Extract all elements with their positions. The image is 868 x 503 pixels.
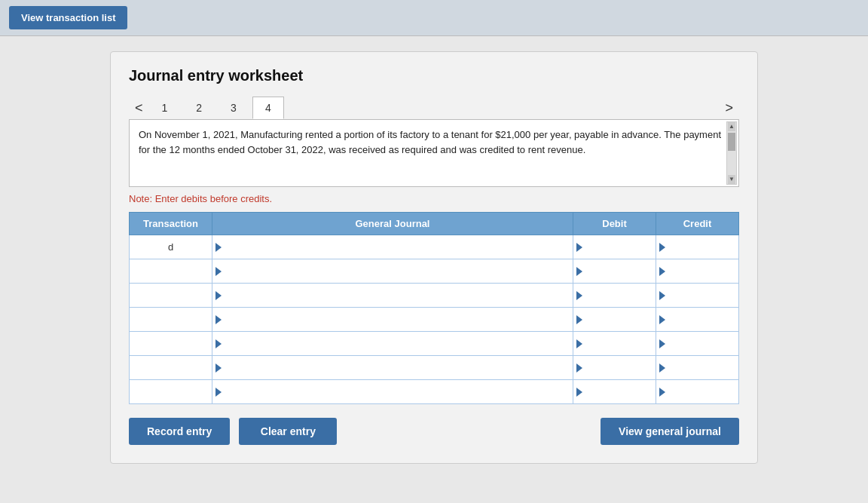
- row-indicator-3: [215, 315, 222, 324]
- clear-entry-button[interactable]: Clear entry: [239, 418, 337, 445]
- row-indicator-credit-3: [659, 315, 665, 324]
- input-credit-6[interactable]: [667, 380, 738, 403]
- cell-transaction-6: [130, 380, 212, 404]
- cell-transaction-2: [130, 284, 212, 308]
- tab-2[interactable]: 2: [183, 97, 215, 119]
- tab-3[interactable]: 3: [218, 97, 249, 119]
- input-journal-1[interactable]: [223, 259, 573, 283]
- input-debit-2[interactable]: [584, 284, 656, 307]
- row-indicator-6: [215, 388, 222, 397]
- row-indicator-1: [215, 267, 222, 276]
- row-indicator-4: [215, 339, 222, 348]
- row-indicator-debit-3: [576, 315, 582, 324]
- worksheet-title: Journal entry worksheet: [129, 67, 739, 84]
- row-indicator-debit-5: [576, 363, 582, 373]
- input-journal-4[interactable]: [223, 332, 573, 355]
- input-journal-6[interactable]: [223, 380, 573, 403]
- top-bar: View transaction list: [0, 0, 868, 36]
- input-journal-0[interactable]: [223, 235, 573, 259]
- row-indicator-credit-2: [659, 291, 665, 300]
- cell-journal-0[interactable]: [212, 235, 573, 259]
- input-journal-3[interactable]: [223, 308, 573, 331]
- cell-debit-0[interactable]: [573, 235, 656, 259]
- input-journal-5[interactable]: [223, 356, 573, 379]
- row-indicator-debit-0: [576, 243, 582, 252]
- cell-journal-3[interactable]: [212, 308, 573, 332]
- cell-credit-2[interactable]: [656, 284, 739, 308]
- input-journal-2[interactable]: [223, 284, 573, 307]
- tabs-row: < 1 2 3 4 >: [129, 97, 739, 119]
- scrollbar[interactable]: ▲ ▼: [726, 121, 737, 185]
- main-container: Journal entry worksheet < 1 2 3 4 > On N…: [110, 51, 758, 464]
- input-debit-3[interactable]: [584, 308, 656, 331]
- scroll-thumb[interactable]: [728, 133, 735, 151]
- cell-credit-4[interactable]: [656, 332, 739, 356]
- input-credit-3[interactable]: [667, 308, 738, 331]
- row-indicator-debit-4: [576, 339, 582, 348]
- cell-credit-1[interactable]: [656, 259, 739, 284]
- row-indicator-5: [215, 363, 222, 373]
- table-row: d: [130, 235, 739, 259]
- cell-journal-5[interactable]: [212, 356, 573, 380]
- input-debit-4[interactable]: [584, 332, 656, 355]
- row-indicator-0: [215, 243, 222, 252]
- view-general-journal-button[interactable]: View general journal: [601, 418, 739, 445]
- input-credit-0[interactable]: [667, 235, 738, 259]
- cell-credit-6[interactable]: [656, 380, 739, 404]
- cell-journal-1[interactable]: [212, 259, 573, 284]
- cell-debit-5[interactable]: [573, 356, 656, 380]
- row-indicator-credit-6: [659, 388, 665, 397]
- cell-debit-3[interactable]: [573, 308, 656, 332]
- cell-credit-0[interactable]: [656, 235, 739, 259]
- row-indicator-credit-1: [659, 267, 665, 276]
- cell-transaction-4: [130, 332, 212, 356]
- row-indicator-debit-1: [576, 267, 582, 276]
- row-indicator-credit-4: [659, 339, 665, 348]
- input-credit-1[interactable]: [667, 259, 738, 283]
- cell-credit-5[interactable]: [656, 356, 739, 380]
- cell-journal-4[interactable]: [212, 332, 573, 356]
- table-row: [130, 332, 739, 356]
- tab-1[interactable]: 1: [149, 97, 181, 119]
- table-row: [130, 308, 739, 332]
- row-indicator-credit-0: [659, 243, 665, 252]
- cell-debit-6[interactable]: [573, 380, 656, 404]
- cell-transaction-0: d: [130, 235, 212, 259]
- cell-transaction-5: [130, 356, 212, 380]
- cell-transaction-3: [130, 308, 212, 332]
- col-general-journal: General Journal: [212, 213, 573, 235]
- input-debit-1[interactable]: [584, 259, 656, 283]
- cell-credit-3[interactable]: [656, 308, 739, 332]
- input-debit-6[interactable]: [584, 380, 656, 403]
- col-credit: Credit: [656, 213, 739, 235]
- cell-debit-1[interactable]: [573, 259, 656, 284]
- row-indicator-credit-5: [659, 363, 665, 373]
- description-box: On November 1, 2021, Manufacturing rente…: [129, 119, 739, 187]
- tab-4[interactable]: 4: [252, 97, 284, 119]
- view-transaction-button[interactable]: View transaction list: [9, 6, 127, 29]
- tab-next-button[interactable]: >: [719, 97, 739, 119]
- journal-table: Transaction General Journal Debit Credit…: [129, 212, 739, 404]
- input-debit-5[interactable]: [584, 356, 656, 379]
- row-indicator-2: [215, 291, 222, 300]
- table-row: [130, 380, 739, 404]
- input-debit-0[interactable]: [584, 235, 656, 259]
- cell-transaction-1: [130, 259, 212, 284]
- scroll-up-arrow[interactable]: ▲: [728, 122, 735, 131]
- cell-journal-6[interactable]: [212, 380, 573, 404]
- record-entry-button[interactable]: Record entry: [129, 418, 230, 445]
- table-row: [130, 259, 739, 284]
- cell-debit-2[interactable]: [573, 284, 656, 308]
- cell-debit-4[interactable]: [573, 332, 656, 356]
- buttons-row: Record entry Clear entry View general jo…: [129, 418, 739, 445]
- row-indicator-debit-6: [576, 388, 582, 397]
- description-text: On November 1, 2021, Manufacturing rente…: [139, 129, 721, 155]
- note-text: Note: Enter debits before credits.: [129, 193, 739, 204]
- input-credit-2[interactable]: [667, 284, 738, 307]
- input-credit-4[interactable]: [667, 332, 738, 355]
- col-debit: Debit: [573, 213, 656, 235]
- tab-prev-button[interactable]: <: [129, 97, 149, 119]
- input-credit-5[interactable]: [667, 356, 738, 379]
- scroll-down-arrow[interactable]: ▼: [728, 175, 735, 184]
- cell-journal-2[interactable]: [212, 284, 573, 308]
